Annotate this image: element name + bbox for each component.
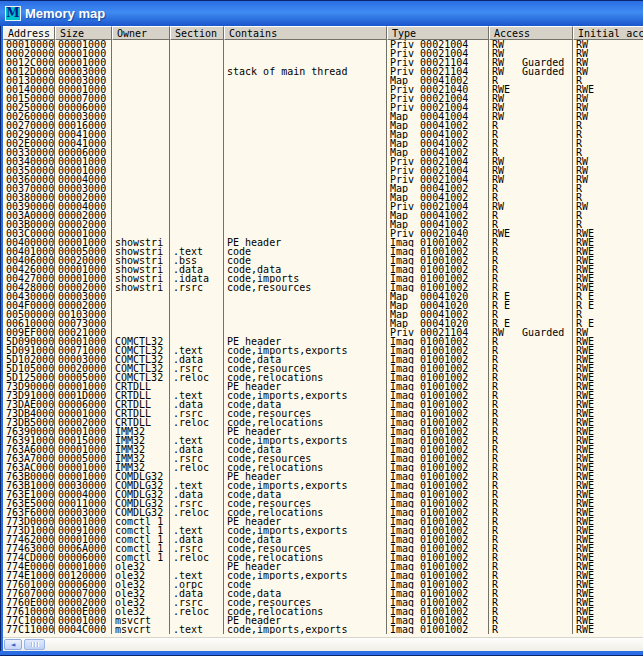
table-row[interactable]: 0012C00000001000Priv 00021104RW GuardedR… [3,58,643,67]
table-row[interactable]: 774630000006A000comctl_1.rsrccode,resour… [3,544,643,553]
column-header-access[interactable]: Access [489,26,573,40]
cell-initial-access: R [573,76,643,85]
table-row[interactable]: 0039000000004000Priv 00021004RWRW [3,202,643,211]
table-row[interactable]: 0012D00000003000stack of main threadPriv… [3,67,643,76]
cell-owner [112,310,170,319]
table-row[interactable]: 0042600000001000showstri.datacode,dataIm… [3,265,643,274]
table-row[interactable]: 73D9000000001000CRTDLLPE headerImag 0100… [3,382,643,391]
cell-initial-access: RWE [573,607,643,616]
cell-address: 77C10000 [3,616,55,625]
table-row[interactable]: 7746200000001000comctl_1.datacode,dataIm… [3,535,643,544]
table-row[interactable]: 003C000000001000Priv 00021040RWERWE [3,229,643,238]
table-row[interactable]: 0026000000003000Map 00041004RWRW [3,112,643,121]
column-header-size[interactable]: Size [55,26,112,40]
table-row[interactable]: 0042700000001000showstri.idatacode,impor… [3,274,643,283]
table-row[interactable]: 0043000000003000Map 00041020R ER E [3,292,643,301]
cell-contains [224,157,387,166]
table-row[interactable]: 763A600000001000IMM32.datacode,dataImag … [3,445,643,454]
table-row[interactable]: 7760700000007000ole32.datacode,dataImag … [3,589,643,598]
cell-size: 00020000 [55,364,112,373]
cell-contains: code,imports,exports [224,391,387,400]
table-row[interactable]: 0040100000005000showstri.textcodeImag 01… [3,247,643,256]
memory-map-window-icon[interactable]: M [5,6,21,21]
scrollbar-thumb[interactable] [24,639,45,650]
table-row[interactable]: 763F600000003000COMDLG32.reloccode,reloc… [3,508,643,517]
table-row[interactable]: 77C1000000001000msvcrtPE headerImag 0100… [3,616,643,625]
table-row[interactable]: 7639000000001000IMM32PE headerImag 01001… [3,427,643,436]
table-row[interactable]: 0027000000016000Map 00041002RR [3,121,643,130]
table-row[interactable]: 7760E00000002000ole32.rsrccode,resources… [3,598,643,607]
cell-address: 5D102000 [3,355,55,364]
table-row[interactable]: 73DB500000002000CRTDLL.reloccode,relocat… [3,418,643,427]
titlebar[interactable]: M Memory map [0,0,643,26]
cell-owner: CRTDLL [112,382,170,391]
table-row[interactable]: 773D100000091000comctl_1.textcode,import… [3,526,643,535]
table-row[interactable]: 004F000000002000Map 00041020R ER E [3,301,643,310]
column-header-owner[interactable]: Owner [112,26,170,40]
cell-address: 763A6000 [3,445,55,454]
table-row[interactable]: 0002000000001000Priv 00021004RWRW [3,49,643,58]
table-row[interactable]: 0013000000003000Map 00041002RR [3,76,643,85]
cell-contains: code,imports,exports [224,436,387,445]
table-row[interactable]: 0035000000001000Priv 00021004RWRW [3,166,643,175]
cell-section: .reloc [170,418,224,427]
table-row[interactable]: 0042800000002000showstri.rsrccode,resour… [3,283,643,292]
table-row[interactable]: 776100000000E000ole32.reloccode,relocati… [3,607,643,616]
table-row[interactable]: 0025000000006000Priv 00021004RWRW [3,103,643,112]
table-row[interactable]: 7639100000015000IMM32.textcode,imports,e… [3,436,643,445]
column-header-section[interactable]: Section [170,26,224,40]
table-row[interactable]: 0001000000001000Priv 00021004RWRW [3,40,643,49]
table-row[interactable]: 002E000000041000Map 00041002RR [3,139,643,148]
table-row[interactable]: 763A700000005000IMM32.rsrccode,resources… [3,454,643,463]
cell-contains: code,data [224,265,387,274]
table-row[interactable]: 5D09000000001000COMCTL32PE headerImag 01… [3,337,643,346]
cell-owner: CRTDLL [112,418,170,427]
table-row[interactable]: 0037000000003000Map 00041002RR [3,184,643,193]
table-row[interactable]: 0034000000001000Priv 00021004RWRW [3,157,643,166]
table-row[interactable]: 0040000000001000showstriPE headerImag 01… [3,238,643,247]
cell-initial-access: R [573,139,643,148]
column-header-contains[interactable]: Contains [224,26,387,40]
table-row[interactable]: 763E100000004000COMDLG32.datacode,dataIm… [3,490,643,499]
column-header-type[interactable]: Type [387,26,489,40]
table-row[interactable]: 5D09100000071000COMCTL32.textcode,import… [3,346,643,355]
table-row[interactable]: 73D910000001D000CRTDLL.textcode,imports,… [3,391,643,400]
table-row[interactable]: 77C110000004C000msvcrt.textcode,imports,… [3,625,643,634]
horizontal-scrollbar[interactable]: ◄ [3,637,643,651]
table-row[interactable]: 003A000000002000Map 00041002RR [3,211,643,220]
table-row[interactable]: 774E000000001000ole32PE headerImag 01001… [3,562,643,571]
table-row[interactable]: 773D000000001000comctl_1PE headerImag 01… [3,517,643,526]
table-row[interactable]: 0050000000103000Map 00041002RR [3,310,643,319]
table-row[interactable]: 763B000000001000COMDLG32PE headerImag 01… [3,472,643,481]
table-row[interactable]: 774CD00000006000comctl_1.reloccode,reloc… [3,553,643,562]
cell-access: R [489,148,573,157]
table-row[interactable]: 774E100000120000ole32.textcode,imports,e… [3,571,643,580]
table-row[interactable]: 0038000000002000Map 00041002RR [3,193,643,202]
table-row[interactable]: 73DB400000001000CRTDLL.rsrccode,resource… [3,409,643,418]
cell-type: Imag 01001002 [387,598,489,607]
cell-size: 00091000 [55,526,112,535]
table-row[interactable]: 0015000000007000Priv 00021004RWRW [3,94,643,103]
cell-owner: showstri [112,256,170,265]
table-row[interactable]: 003B000000002000Map 00041002RR [3,220,643,229]
scroll-left-button[interactable]: ◄ [4,639,22,650]
table-row[interactable]: 7760100000006000ole32.orpccodeImag 01001… [3,580,643,589]
table-row[interactable]: 73DAE00000006000CRTDLL.datacode,dataImag… [3,400,643,409]
table-row[interactable]: 0029000000041000Map 00041002RR [3,130,643,139]
table-row[interactable]: 763AC00000001000IMM32.reloccode,relocati… [3,463,643,472]
table-row[interactable]: 0061000000073000Map 00041020R ER E [3,319,643,328]
column-header-initial-access[interactable]: Initial acc [573,26,643,40]
table-row[interactable]: 5D10500000020000COMCTL32.rsrccode,resour… [3,364,643,373]
table-row[interactable]: 0040600000020000showstri.bsscodeImag 010… [3,256,643,265]
column-header-address[interactable]: Address [3,26,55,40]
table-row[interactable]: 5D10200000003000COMCTL32.datacode,dataIm… [3,355,643,364]
table-row[interactable]: 763E500000011000COMDLG32.rsrccode,resour… [3,499,643,508]
cell-initial-access: RWE [573,256,643,265]
table-row[interactable]: 0014000000001000Priv 00021040RWERWE [3,85,643,94]
table-row[interactable]: 009EF00000021000Priv 00021104RW GuardedR… [3,328,643,337]
table-row[interactable]: 5D12500000005000COMCTL32.reloccode,reloc… [3,373,643,382]
table-row[interactable]: 0036000000004000Priv 00021004RWRW [3,175,643,184]
table-row[interactable]: 0033000000006000Map 00041002RR [3,148,643,157]
table-row[interactable]: 763B100000030000COMDLG32.textcode,import… [3,481,643,490]
cell-section: .data [170,265,224,274]
